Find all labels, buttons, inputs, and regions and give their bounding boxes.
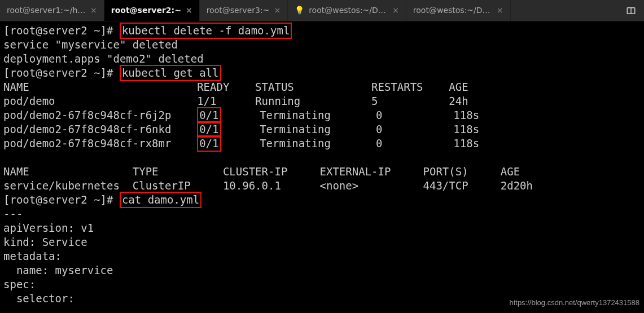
tab-title: root@server1:~/harb…: [7, 3, 86, 17]
pod-name: pod/demo2-67f8c948cf-r6nkd: [3, 123, 197, 135]
yaml-line: name: myservice: [3, 264, 113, 276]
pod-name: pod/demo2-67f8c948cf-rx8mr: [3, 137, 197, 149]
tab-westos-1[interactable]: 💡 root@westos:~/Desk… ×: [288, 0, 406, 21]
term-line: NAME TYPE CLUSTER-IP EXTERNAL-IP PORT(S)…: [3, 165, 641, 179]
tab-bar: root@server1:~/harb… × root@server2:~ × …: [0, 0, 644, 21]
cmd-line: [root@server2 ~]# kubectl delete -f damo…: [3, 24, 641, 38]
pod-rest: Running 5 24h: [255, 95, 468, 107]
svc-row: service/kubernetes ClusterIP 10.96.0.1 <…: [3, 179, 533, 192]
yaml-line: apiVersion: v1: [3, 222, 94, 234]
cmd-cat-yaml: cat damo.yml: [120, 192, 201, 208]
term-line: selector:: [3, 292, 641, 306]
term-line: apiVersion: v1: [3, 221, 641, 235]
cmd-line: [root@server2 ~]# kubectl get all: [3, 66, 641, 80]
output-text: service "myservice" deleted: [3, 38, 178, 51]
tab-server2[interactable]: root@server2:~ ×: [104, 0, 200, 21]
yaml-line: selector:: [3, 292, 75, 305]
tab-title: root@server2:~: [111, 3, 181, 17]
close-icon[interactable]: ×: [274, 3, 281, 17]
pod-row: pod/demo2-67f8c948cf-r6j2p 0/1 Terminati…: [3, 108, 641, 122]
yaml-line: metadata:: [3, 250, 62, 262]
tab-title: root@westos:~/Desk…: [413, 3, 492, 17]
split-pane-icon[interactable]: [618, 0, 644, 21]
shell-prompt: [root@server2 ~]#: [3, 193, 120, 206]
yaml-line: ---: [3, 208, 23, 220]
pod-row: pod/demo 1/1 Running 5 24h: [3, 94, 641, 108]
shell-prompt: [root@server2 ~]#: [3, 67, 120, 79]
cmd-kubectl-delete: kubectl delete -f damo.yml: [120, 23, 292, 39]
tab-server1[interactable]: root@server1:~/harb… ×: [0, 0, 104, 21]
pods-header: NAME READY STATUS RESTARTS AGE: [3, 81, 468, 93]
term-line: NAME READY STATUS RESTARTS AGE: [3, 80, 641, 94]
terminal-output[interactable]: [root@server2 ~]# kubectl delete -f damo…: [0, 21, 644, 309]
pod-row: pod/demo2-67f8c948cf-r6nkd 0/1 Terminati…: [3, 122, 641, 136]
term-line: deployment.apps "demo2" deleted: [3, 52, 641, 66]
pad: [221, 137, 260, 149]
term-line: metadata:: [3, 249, 641, 263]
bulb-icon: 💡: [295, 3, 304, 17]
output-text: deployment.apps "demo2" deleted: [3, 52, 204, 65]
yaml-line: spec:: [3, 278, 36, 290]
close-icon[interactable]: ×: [186, 3, 192, 17]
term-line: spec:: [3, 277, 641, 292]
cmd-line: [root@server2 ~]# cat damo.yml: [3, 193, 641, 207]
pad: [221, 123, 260, 135]
term-line: service/kubernetes ClusterIP 10.96.0.1 <…: [3, 179, 641, 193]
close-icon[interactable]: ×: [497, 3, 503, 17]
shell-prompt: [root@server2 ~]#: [3, 24, 120, 37]
term-line: ---: [3, 207, 641, 221]
svc-header: NAME TYPE CLUSTER-IP EXTERNAL-IP PORT(S)…: [3, 165, 520, 178]
pod-ready: 0/1: [197, 135, 221, 152]
tab-title: root@server3:~: [207, 3, 270, 17]
pod-row: pod/demo2-67f8c948cf-rx8mr 0/1 Terminati…: [3, 136, 641, 151]
pad: [221, 109, 260, 121]
pod-ready: 1/1: [197, 95, 216, 107]
close-icon[interactable]: ×: [392, 3, 399, 17]
pod-rest: Terminating 0 118s: [260, 137, 479, 149]
yaml-line: kind: Service: [3, 236, 87, 248]
pad: [217, 95, 256, 107]
tab-westos-2[interactable]: root@westos:~/Desk… ×: [406, 0, 511, 21]
pod-name: pod/demo2-67f8c948cf-r6j2p: [3, 109, 197, 121]
tab-title: root@westos:~/Desk…: [309, 3, 388, 17]
pod-rest: Terminating 0 118s: [260, 109, 479, 121]
close-icon[interactable]: ×: [90, 3, 97, 17]
pod-name: pod/demo: [3, 95, 197, 107]
pod-rest: Terminating 0 118s: [260, 123, 479, 135]
term-line: kind: Service: [3, 235, 641, 249]
tab-server3[interactable]: root@server3:~ ×: [200, 0, 288, 21]
term-line: name: myservice: [3, 263, 641, 277]
cmd-kubectl-get-all: kubectl get all: [120, 65, 221, 81]
term-line: service "myservice" deleted: [3, 38, 641, 52]
